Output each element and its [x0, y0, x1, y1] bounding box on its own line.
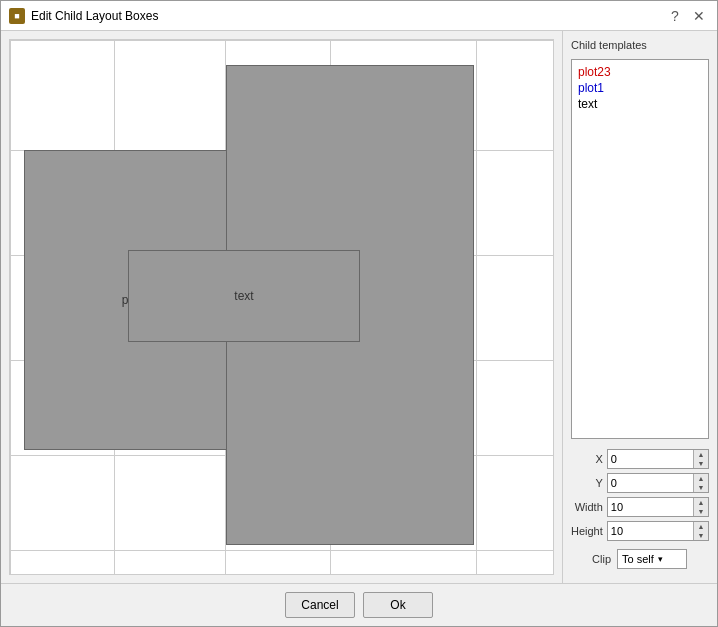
- width-spin-down[interactable]: ▼: [694, 507, 708, 516]
- width-label: Width: [571, 501, 603, 513]
- child-templates-title: Child templates: [571, 39, 709, 51]
- title-bar-left: ■ Edit Child Layout Boxes: [9, 8, 158, 24]
- main-window: ■ Edit Child Layout Boxes ? ✕: [0, 0, 718, 627]
- height-spin-down[interactable]: ▼: [694, 531, 708, 540]
- close-button[interactable]: ✕: [689, 6, 709, 26]
- grid-h-line: [10, 40, 553, 41]
- grid-v-line: [476, 40, 477, 574]
- right-panel: Child templates plot23 plot1 text X ▲ ▼ …: [562, 31, 717, 583]
- x-label: X: [571, 453, 603, 465]
- height-input-wrap: ▲ ▼: [607, 521, 709, 541]
- template-item-text[interactable]: text: [576, 96, 704, 112]
- grid-h-line: [10, 550, 553, 551]
- ok-button[interactable]: Ok: [363, 592, 433, 618]
- x-input-wrap: ▲ ▼: [607, 449, 709, 469]
- help-button[interactable]: ?: [665, 6, 685, 26]
- clip-dropdown[interactable]: To self ▾: [617, 549, 687, 569]
- clip-label: Clip: [571, 553, 611, 565]
- height-spin-up[interactable]: ▲: [694, 522, 708, 531]
- layout-box-text[interactable]: text: [128, 250, 360, 342]
- layout-box-text-label: text: [234, 289, 253, 303]
- grid-v-line: [10, 40, 11, 574]
- canvas-area: pl... 23 text: [9, 39, 554, 575]
- title-bar-controls: ? ✕: [665, 6, 709, 26]
- grid-container: pl... 23 text: [10, 40, 553, 574]
- window-title: Edit Child Layout Boxes: [31, 9, 158, 23]
- x-input[interactable]: [608, 450, 693, 468]
- y-spin: ▲ ▼: [693, 474, 708, 492]
- height-spin: ▲ ▼: [693, 522, 708, 540]
- y-input[interactable]: [608, 474, 693, 492]
- y-spin-down[interactable]: ▼: [694, 483, 708, 492]
- content-area: pl... 23 text Child templates plot23 plo…: [1, 31, 717, 583]
- width-input-wrap: ▲ ▼: [607, 497, 709, 517]
- x-spin-down[interactable]: ▼: [694, 459, 708, 468]
- x-spin-up[interactable]: ▲: [694, 450, 708, 459]
- height-input[interactable]: [608, 522, 693, 540]
- width-spin: ▲ ▼: [693, 498, 708, 516]
- width-input[interactable]: [608, 498, 693, 516]
- child-templates-list[interactable]: plot23 plot1 text: [571, 59, 709, 439]
- app-icon: ■: [9, 8, 25, 24]
- height-label: Height: [571, 525, 603, 537]
- width-spin-up[interactable]: ▲: [694, 498, 708, 507]
- template-item-plot23[interactable]: plot23: [576, 64, 704, 80]
- y-label: Y: [571, 477, 603, 489]
- x-spin: ▲ ▼: [693, 450, 708, 468]
- cancel-button[interactable]: Cancel: [285, 592, 355, 618]
- y-input-wrap: ▲ ▼: [607, 473, 709, 493]
- title-bar: ■ Edit Child Layout Boxes ? ✕: [1, 1, 717, 31]
- form-fields: X ▲ ▼ Y ▲ ▼ Width: [571, 449, 709, 541]
- template-item-plot1[interactable]: plot1: [576, 80, 704, 96]
- y-spin-up[interactable]: ▲: [694, 474, 708, 483]
- bottom-buttons: Cancel Ok: [1, 583, 717, 626]
- clip-value: To self: [622, 553, 654, 565]
- clip-row: Clip To self ▾: [571, 549, 709, 569]
- clip-chevron-icon: ▾: [658, 554, 663, 564]
